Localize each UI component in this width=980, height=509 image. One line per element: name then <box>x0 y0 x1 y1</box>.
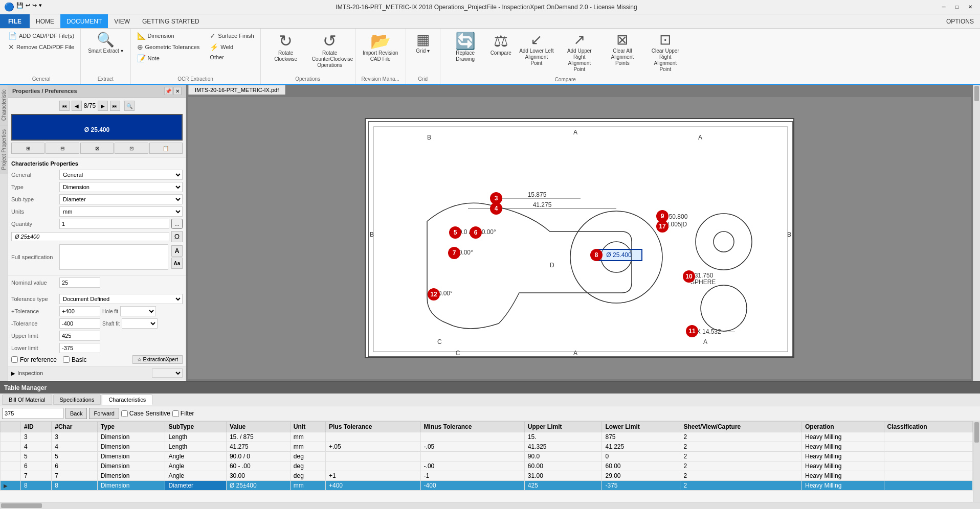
char-btn-4[interactable]: ⊡ <box>115 143 148 154</box>
format-btn-2[interactable]: Aa <box>171 258 183 269</box>
menu-home[interactable]: HOME <box>30 14 60 28</box>
add-cad-pdf-button[interactable]: 📄 ADD CAD/PDF File(s) <box>6 31 76 41</box>
full-spec-input[interactable] <box>59 244 168 270</box>
nav-last-button[interactable]: ⏭ <box>110 101 120 111</box>
grid-button[interactable]: ▦ Grid ▾ <box>410 31 436 56</box>
sidebar-tab-characteristic[interactable]: Characteristic <box>0 85 8 125</box>
table-row[interactable]: 6 6 Dimension Angle 60 - .00 deg -.00 60… <box>1 461 973 471</box>
nav-next-button[interactable]: ▶ <box>98 101 108 111</box>
format-btn-1[interactable]: A <box>171 245 183 257</box>
extraction-xpert-button[interactable]: ☆ ExtractionXpert <box>132 355 183 364</box>
omega-button[interactable]: Ω <box>171 231 183 242</box>
col-subtype[interactable]: SubType <box>165 422 227 432</box>
tab-characteristics[interactable]: Characteristics <box>102 395 152 405</box>
remove-cad-pdf-button[interactable]: ✕ Remove CAD/PDF File <box>6 42 76 52</box>
col-classification[interactable]: Classification <box>884 422 972 432</box>
panel-pin-button[interactable]: 📌 <box>164 87 172 95</box>
menu-getting-started[interactable]: GETTING STARTED <box>136 14 206 28</box>
col-char[interactable]: #Char <box>52 422 97 432</box>
close-button[interactable]: ✕ <box>965 3 976 12</box>
canvas-scrollbar-v[interactable] <box>973 85 980 381</box>
import-revision-button[interactable]: 📂 Import Revision CAD File <box>360 31 402 64</box>
nav-first-button[interactable]: ⏮ <box>59 101 70 111</box>
table-row[interactable]: 4 4 Dimension Length 41.275 mm +.05 -.05… <box>1 442 973 452</box>
quantity-input[interactable] <box>59 219 169 229</box>
scrollbar-thumb-v[interactable] <box>974 86 979 101</box>
drawing-area[interactable]: A A B B C 15. <box>188 97 971 379</box>
nav-zoom-button[interactable]: 🔍 <box>124 101 135 111</box>
add-lower-left-button[interactable]: ↙ Add Lower Left Alignment Point <box>516 31 558 68</box>
table-scrollbar-h[interactable] <box>0 502 980 509</box>
col-minus-tol[interactable]: Minus Tolerance <box>420 422 524 432</box>
char-btn-5[interactable]: 📋 <box>149 143 183 154</box>
col-operation[interactable]: Operation <box>802 422 884 432</box>
tab-specifications[interactable]: Specifications <box>53 395 101 405</box>
table-scrollbar-thumb[interactable] <box>974 422 979 443</box>
clear-upper-right-button[interactable]: ⊡ Clear Upper Right Alignment Point <box>644 31 686 75</box>
panel-close-button[interactable]: ✕ <box>173 87 182 95</box>
smart-extract-button[interactable]: 🔍 Smart Extract ▾ <box>85 31 126 56</box>
weld-button[interactable]: ⚡ Weld <box>208 42 256 52</box>
table-row[interactable]: 7 7 Dimension Angle 30.00 deg +1 -1 31.0… <box>1 471 973 481</box>
rotate-counterclockwise-button[interactable]: ↺ Rotate CounterClockwise Operations <box>309 31 351 71</box>
units-select[interactable]: mm <box>59 206 183 217</box>
tab-bill-of-material[interactable]: Bill Of Material <box>2 395 52 405</box>
type-select[interactable]: Dimension <box>59 182 183 192</box>
basic-checkbox[interactable] <box>63 356 70 363</box>
table-search-input[interactable] <box>2 408 63 419</box>
case-sensitive-checkbox[interactable] <box>121 410 128 417</box>
menu-document[interactable]: DOCUMENT <box>60 14 108 28</box>
tolerance-type-select[interactable]: Document Defined <box>59 294 183 304</box>
plus-tol-input[interactable] <box>59 306 100 316</box>
table-scrollbar-v[interactable] <box>973 421 980 502</box>
col-plus-tol[interactable]: Plus Tolerance <box>325 422 420 432</box>
add-upper-right-button[interactable]: ↗ Add Upper Right Alignment Point <box>559 31 600 75</box>
col-lower[interactable]: Lower Limit <box>602 422 680 432</box>
compare-button[interactable]: ⚖ Compare <box>487 31 515 58</box>
restore-button[interactable]: □ <box>951 3 963 12</box>
menu-view[interactable]: VIEW <box>108 14 136 28</box>
char-btn-1[interactable]: ⊞ <box>11 143 44 154</box>
col-type[interactable]: Type <box>97 422 165 432</box>
table-scrollbar-h-thumb[interactable] <box>1 503 42 508</box>
shaft-fit-select[interactable] <box>122 318 158 329</box>
inspection-select[interactable] <box>152 368 183 378</box>
minus-tol-input[interactable] <box>59 318 100 329</box>
quantity-extra-button[interactable]: … <box>171 219 183 229</box>
upper-limit-input[interactable] <box>59 331 100 341</box>
col-unit[interactable]: Unit <box>290 422 325 432</box>
filter-checkbox[interactable] <box>172 410 179 417</box>
hole-fit-select[interactable] <box>120 306 156 316</box>
for-reference-checkbox[interactable] <box>11 356 18 363</box>
rotate-clockwise-button[interactable]: ↻ Rotate Clockwise <box>265 31 307 64</box>
col-sheet[interactable]: Sheet/View/Capture <box>680 422 802 432</box>
col-upper[interactable]: Upper Limit <box>524 422 602 432</box>
menu-options[interactable]: OPTIONS <box>940 14 980 28</box>
replace-drawing-button[interactable]: 🔄 Replace Drawing <box>444 31 486 64</box>
menu-file[interactable]: FILE <box>0 14 30 28</box>
geometric-tolerances-button[interactable]: ⊕ Geometric Tolerances <box>135 42 202 52</box>
table-row[interactable]: ▶ 8 8 Dimension Diameter Ø 25±400 mm +40… <box>1 481 973 491</box>
char-btn-2[interactable]: ⊟ <box>46 143 79 154</box>
surface-finish-button[interactable]: ✓ Surface Finish <box>208 31 256 41</box>
clear-all-alignment-button[interactable]: ⊠ Clear All Alignment Points <box>602 31 643 68</box>
lower-limit-input[interactable] <box>59 343 100 353</box>
dimension-button[interactable]: 📐 Dimension <box>135 31 202 41</box>
nav-prev-button[interactable]: ◀ <box>72 101 82 111</box>
note-button[interactable]: 📝 Note <box>135 53 202 63</box>
other-button[interactable]: Other <box>208 53 256 61</box>
forward-button[interactable]: Forward <box>89 408 119 419</box>
sidebar-tab-project-properties[interactable]: Project Properties <box>0 125 8 174</box>
subtype-select[interactable]: Diameter <box>59 194 183 204</box>
inspection-section[interactable]: ▶ Inspection <box>8 366 186 380</box>
nominal-input[interactable] <box>59 277 100 288</box>
minimize-button[interactable]: ─ <box>938 3 949 12</box>
canvas-tab[interactable]: IMTS-20-16-PRT_METRIC-IX.pdf <box>188 85 285 95</box>
category-select[interactable]: General <box>59 170 183 180</box>
char-btn-3[interactable]: ⊠ <box>80 143 114 154</box>
back-button[interactable]: Back <box>65 408 87 419</box>
col-id[interactable]: #ID <box>20 422 51 432</box>
table-row[interactable]: 5 5 Dimension Angle 90.0 / 0 deg 90.0 0 … <box>1 452 973 461</box>
col-value[interactable]: Value <box>226 422 290 432</box>
table-row[interactable]: 3 3 Dimension Length 15. / 875 mm 15. 87… <box>1 432 973 442</box>
